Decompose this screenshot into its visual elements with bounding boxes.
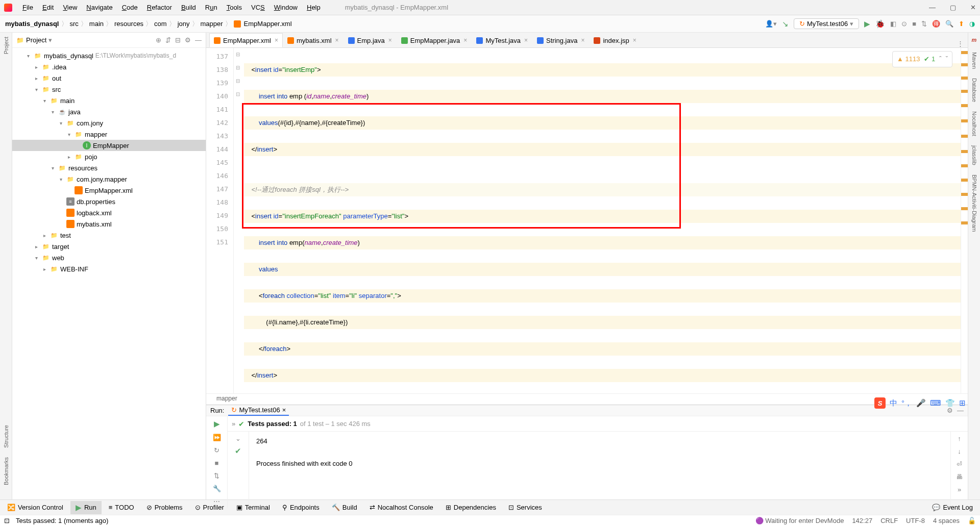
select-opened-icon[interactable]: ⊕ bbox=[156, 36, 161, 44]
project-panel-title[interactable]: Project bbox=[16, 36, 46, 44]
run-config-selector[interactable]: ↻MyTest.test06▾ bbox=[794, 18, 859, 29]
tree-node[interactable]: ▾📁src bbox=[12, 84, 206, 95]
editor-tab[interactable]: EmpMapper.xml× bbox=[209, 33, 283, 47]
tree-node[interactable]: ▾📁web bbox=[12, 252, 206, 263]
run-button[interactable]: ▶ bbox=[864, 19, 870, 29]
tab-problems[interactable]: ⊘Problems bbox=[141, 502, 188, 513]
project-tool-button[interactable]: Project bbox=[3, 37, 9, 54]
breadcrumb-root[interactable]: mybatis_dynasql bbox=[5, 20, 59, 28]
tree-node[interactable]: ▸📁pojo bbox=[12, 151, 206, 162]
tree-node[interactable]: ▾📁main bbox=[12, 95, 206, 106]
maven-icon[interactable]: m bbox=[972, 37, 977, 43]
clear-icon[interactable]: » bbox=[958, 486, 961, 493]
ide-update-icon[interactable]: ⬆ bbox=[959, 20, 964, 28]
stop-button[interactable]: ■ bbox=[912, 20, 916, 28]
ime-toolbar[interactable]: S 中 °， 🎤 ⌨ 👕 ⊞ bbox=[874, 397, 966, 409]
tree-node[interactable]: ▾📁mapper bbox=[12, 129, 206, 140]
print-icon[interactable]: 🖶 bbox=[956, 473, 963, 481]
ime-punct-icon[interactable]: °， bbox=[901, 398, 912, 408]
caret-position[interactable]: 142:27 bbox=[852, 517, 872, 524]
codewithme-icon[interactable]: ◑ bbox=[969, 20, 975, 28]
editor-tab[interactable]: Emp.java× bbox=[344, 33, 397, 47]
search-icon[interactable]: 🔍 bbox=[945, 20, 953, 28]
file-encoding[interactable]: UTF-8 bbox=[906, 517, 925, 524]
tree-node[interactable]: EmpMapper.xml bbox=[12, 185, 206, 196]
stop-run-icon[interactable]: ■ bbox=[215, 459, 219, 467]
devmode-status[interactable]: 🟣 Waiting for enter DevMode bbox=[755, 517, 844, 524]
menu-navigate[interactable]: Navigate bbox=[82, 2, 116, 13]
tree-node[interactable]: ▸📁out bbox=[12, 72, 206, 84]
expand-tests-icon[interactable]: » bbox=[232, 420, 235, 428]
tree-node[interactable]: ▾📁com.jony bbox=[12, 117, 206, 129]
project-tree[interactable]: ▾📁mybatis_dynasqlE:\TLWork\mybatis\mybat… bbox=[12, 48, 206, 499]
vcs-update-icon[interactable]: ⇅ bbox=[921, 20, 927, 28]
code-editor[interactable]: 137 138 139 140 141 142 143 144 145 146 … bbox=[206, 48, 968, 393]
menu-refactor[interactable]: Refactor bbox=[143, 2, 176, 13]
translate-icon[interactable]: 🉐 bbox=[932, 20, 940, 28]
menu-build[interactable]: Build bbox=[177, 2, 200, 13]
scroll-down-icon[interactable]: ↓ bbox=[958, 447, 961, 455]
user-icon[interactable]: 👤▾ bbox=[765, 20, 777, 28]
close-button[interactable]: ✕ bbox=[970, 4, 976, 11]
maximize-button[interactable]: ▢ bbox=[950, 4, 956, 11]
minimize-button[interactable]: — bbox=[929, 4, 936, 11]
tab-version-control[interactable]: 🔀Version Control bbox=[2, 502, 68, 513]
line-separator[interactable]: CRLF bbox=[880, 517, 898, 524]
scroll-up-icon[interactable]: ↑ bbox=[958, 435, 961, 442]
tree-node[interactable]: ▾📁resources bbox=[12, 162, 206, 173]
expand-all-icon[interactable]: ⇵ bbox=[165, 36, 171, 44]
menu-view[interactable]: View bbox=[59, 2, 81, 13]
ime-voice-icon[interactable]: 🎤 bbox=[916, 398, 926, 408]
ime-lang-icon[interactable]: 中 bbox=[890, 398, 897, 408]
indent-setting[interactable]: 4 spaces bbox=[933, 517, 960, 524]
tree-node[interactable]: ▾📁mybatis_dynasqlE:\TLWork\mybatis\mybat… bbox=[12, 50, 206, 61]
tab-terminal[interactable]: ▣Terminal bbox=[231, 502, 275, 513]
coverage-button[interactable]: ◧ bbox=[890, 20, 896, 28]
soft-wrap-icon[interactable]: ⏎ bbox=[957, 460, 962, 468]
editor-tab[interactable]: MyTest.java× bbox=[472, 33, 532, 47]
rerun-failed-icon[interactable]: ↻ bbox=[214, 446, 219, 454]
menu-window[interactable]: Window bbox=[270, 2, 302, 13]
tab-profiler[interactable]: ⊙Profiler bbox=[190, 502, 229, 513]
ime-keyboard-icon[interactable]: ⌨ bbox=[930, 398, 941, 408]
jclasslib-tool-button[interactable]: jclasslib bbox=[971, 145, 977, 165]
tree-node[interactable]: ▸📁WEB-INF bbox=[12, 263, 206, 274]
show-passed-icon[interactable]: ⌄ bbox=[235, 435, 241, 442]
tree-node[interactable]: logback.xml bbox=[12, 207, 206, 218]
profile-button[interactable]: ⊙ bbox=[901, 20, 907, 28]
menu-tools[interactable]: Tools bbox=[223, 2, 246, 13]
layout-icon[interactable]: ⇅ bbox=[214, 472, 219, 480]
menu-file[interactable]: File bbox=[18, 2, 37, 13]
build-hammer-icon[interactable]: ↘ bbox=[782, 19, 789, 29]
status-tools-icon[interactable]: ⊡ bbox=[4, 517, 10, 524]
pin-icon[interactable]: 🔧 bbox=[213, 485, 221, 492]
error-stripe[interactable] bbox=[961, 48, 968, 393]
database-tool-button[interactable]: Database bbox=[971, 78, 977, 102]
bpmn-tool-button[interactable]: BPMN-Activiti-Diagram bbox=[971, 174, 977, 232]
fold-gutter[interactable]: ⊟ ⊟ ⊟ ⊡ bbox=[234, 48, 242, 393]
ime-toolbox-icon[interactable]: ⊞ bbox=[959, 398, 966, 408]
tab-run[interactable]: ▶Run bbox=[70, 501, 102, 514]
inspection-widget[interactable]: ▲ 1113 ✔ 1 ˆˇ bbox=[892, 51, 952, 67]
ime-skin-icon[interactable]: 👕 bbox=[945, 398, 955, 408]
menu-code[interactable]: Code bbox=[118, 2, 142, 13]
tree-node[interactable]: ▸📁test bbox=[12, 230, 206, 241]
debug-button[interactable]: 🐞 bbox=[875, 19, 885, 29]
breadcrumb[interactable]: mybatis_dynasql〉 src〉 main〉 resources〉 c… bbox=[5, 19, 292, 29]
tab-endpoints[interactable]: ⚲Endpoints bbox=[277, 502, 325, 513]
run-tab[interactable]: ↻MyTest.test06× bbox=[228, 405, 289, 416]
tree-node[interactable]: ▾☕java bbox=[12, 106, 206, 117]
maven-tool-button[interactable]: Maven bbox=[971, 52, 977, 69]
structure-tool-button[interactable]: Structure bbox=[3, 425, 9, 448]
menu-run[interactable]: Run bbox=[201, 2, 222, 13]
tree-node[interactable]: ▸📁target bbox=[12, 241, 206, 252]
console-output[interactable]: 264 Process finished with exit code 0 bbox=[249, 432, 950, 508]
tab-nocalhost[interactable]: ⇄Nocalhost Console bbox=[364, 502, 438, 513]
tree-node[interactable]: ▸📁.idea bbox=[12, 61, 206, 72]
tree-node[interactable]: IEmpMapper bbox=[12, 140, 206, 151]
nocalhost-tool-button[interactable]: Nocalhost bbox=[971, 111, 977, 136]
editor-breadcrumb[interactable]: mapper bbox=[206, 393, 968, 405]
bookmarks-tool-button[interactable]: Bookmarks bbox=[3, 457, 9, 485]
editor-tab[interactable]: index.jsp× bbox=[589, 33, 641, 47]
tab-dependencies[interactable]: ⊞Dependencies bbox=[440, 502, 501, 513]
